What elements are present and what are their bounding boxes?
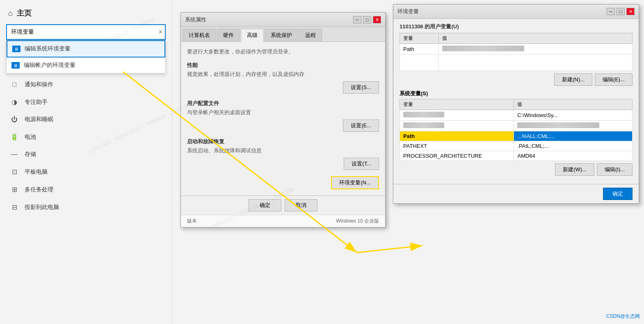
sys-var-row-path[interactable]: Path ...%ALL;CML;... — [400, 131, 633, 141]
tab-computer-name[interactable]: 计算机名 — [183, 29, 216, 41]
version-bar: 版本 Windows 10 企业版 — [181, 215, 385, 227]
sys-val-path: ...%ALL;CML;... — [514, 131, 633, 141]
cancel-btn[interactable]: 取消 — [285, 199, 317, 211]
env-titlebar: 环境变量 ─ □ ✕ — [393, 5, 639, 19]
nav-label-multitask: 多任务处理 — [25, 186, 53, 193]
sys-props-content: 要进行大多数更改，你必须作为管理员登录。 性能 视觉效果，处理器计划，内存使用，… — [181, 42, 385, 195]
search-box-container: × 🖥 编辑系统环境变量 🖥 编辑帐户的环境变量 — [6, 24, 166, 40]
storage-icon: — — [10, 151, 18, 158]
startup-settings-btn[interactable]: 设置(T... — [344, 158, 379, 170]
env-footer: 确定 — [393, 184, 639, 203]
perf-section: 性能 视觉效果，处理器计划，内存使用，以及虚拟内存 设置(S... — [187, 62, 379, 94]
nav-item-multitask[interactable]: ⊞ 多任务处理 — [4, 181, 168, 198]
search-clear-btn[interactable]: × — [159, 28, 162, 36]
monitor-icon-2: 🖥 — [11, 62, 20, 69]
sys-props-titlebar: 系统属性 ─ □ ✕ — [181, 13, 385, 27]
sys-var-pathext: PATHEXT — [400, 141, 514, 151]
battery-icon: 🔋 — [10, 133, 18, 141]
tab-protection[interactable]: 系统保护 — [265, 29, 298, 41]
user-profile-desc: 与登录帐户相关的桌面设置 — [187, 109, 379, 116]
user-var-row-path[interactable]: Path — [400, 44, 633, 55]
user-col-val: 值 — [439, 33, 633, 44]
power-icon: ⏻ — [10, 116, 18, 123]
svg-line-2 — [357, 246, 422, 253]
nav-item-focus[interactable]: ◑ 专注助手 — [4, 93, 168, 111]
sys-var-2 — [400, 121, 514, 131]
user-var-row-empty — [400, 55, 633, 71]
sys-val-pathext: .PAIL;CML;... — [514, 141, 633, 151]
settings-title: 主页 — [17, 8, 32, 18]
sys-col-var: 变量 — [400, 99, 514, 110]
nav-item-battery[interactable]: 🔋 电池 — [4, 128, 168, 146]
user-var-path: Path — [400, 44, 439, 55]
sys-props-title: 系统属性 — [185, 16, 206, 23]
user-edit-btn[interactable]: 编辑(E)... — [595, 74, 633, 86]
sys-vars-btn-row: 新建(W)... 编辑(I)... — [400, 163, 633, 176]
nav-item-project[interactable]: ⊟ 投影到此电脑 — [4, 198, 168, 216]
tab-advanced[interactable]: 高级 — [241, 29, 264, 42]
nav-item-power[interactable]: ⏻ 电源和睡眠 — [4, 111, 168, 128]
user-profile-section: 用户配置文件 与登录帐户相关的桌面设置 设置(E... — [187, 100, 379, 132]
search-item-edit-user[interactable]: 🖥 编辑帐户的环境变量 — [7, 57, 165, 73]
sys-col-val: 值 — [514, 99, 633, 110]
env-btn-row: 环境变量(N... — [187, 176, 379, 189]
nav-label-power: 电源和睡眠 — [25, 116, 53, 123]
perf-settings-btn[interactable]: 设置(S... — [343, 81, 379, 94]
sys-var-row-proc-arch[interactable]: PROCESSOR_ARCHITECTURE AMD64 — [400, 151, 633, 161]
sys-var-row-2[interactable] — [400, 121, 633, 131]
search-input[interactable] — [6, 24, 166, 40]
startup-btn-row: 设置(T... — [187, 158, 379, 170]
nav-item-notification[interactable]: □ 通知和操作 — [4, 76, 168, 93]
nav-label-tablet: 平板电脑 — [25, 168, 48, 176]
tab-remote[interactable]: 远程 — [299, 29, 322, 41]
env-ok-btn[interactable]: 确定 — [603, 188, 633, 200]
sys-val-1: C:\Windows\Sy... — [514, 110, 633, 121]
ok-btn[interactable]: 确定 — [249, 199, 281, 211]
user-profile-label: 用户配置文件 — [187, 100, 379, 107]
search-dropdown: 🖥 编辑系统环境变量 🖥 编辑帐户的环境变量 — [6, 40, 166, 74]
sys-new-btn[interactable]: 新建(W)... — [555, 163, 594, 176]
notification-icon: □ — [10, 81, 18, 88]
sys-props-dialog: 系统属性 ─ □ ✕ 计算机名 硬件 高级 系统保护 远程 要进行大多数更改，你… — [180, 12, 386, 227]
monitor-icon-1: 🖥 — [12, 46, 21, 52]
sys-var-path: Path — [400, 131, 514, 141]
settings-nav: 🔊 声音 □ 通知和操作 ◑ 专注助手 ⏻ 电源和睡眠 🔋 电池 — 存储 ⊡ … — [0, 58, 172, 216]
sys-var-row-1[interactable]: C:\Windows\Sy... — [400, 110, 633, 121]
nav-item-storage[interactable]: — 存储 — [4, 146, 168, 163]
tab-hardware[interactable]: 硬件 — [217, 29, 240, 41]
user-profile-settings-btn[interactable]: 设置(E... — [343, 119, 379, 132]
env-minimize-btn[interactable]: ─ — [607, 8, 615, 15]
sys-edit-btn[interactable]: 编辑(I)... — [597, 163, 633, 176]
minimize-btn[interactable]: ─ — [353, 16, 361, 23]
env-close-btn[interactable]: ✕ — [626, 8, 635, 15]
blurred-path-value — [442, 46, 524, 51]
user-col-var: 变量 — [400, 33, 439, 44]
nav-item-tablet[interactable]: ⊡ 平板电脑 — [4, 163, 168, 181]
maximize-btn[interactable]: □ — [363, 16, 371, 23]
env-variables-btn[interactable]: 环境变量(N... — [331, 176, 379, 189]
startup-section: 启动和故障恢复 系统启动、系统故障和调试信息 设置(T... — [187, 138, 379, 170]
nav-label-focus: 专注助手 — [25, 99, 48, 106]
sys-props-tabs: 计算机名 硬件 高级 系统保护 远程 — [181, 27, 385, 42]
user-new-btn[interactable]: 新建(N)... — [554, 74, 592, 86]
nav-label-battery: 电池 — [25, 133, 36, 141]
admin-notice-text: 要进行大多数更改，你必须作为管理员登录。 — [187, 48, 294, 55]
startup-label: 启动和故障恢复 — [187, 138, 379, 145]
sys-var-row-pathext[interactable]: PATHEXT .PAIL;CML;... — [400, 141, 633, 151]
blurred-val-2 — [517, 122, 599, 128]
close-btn[interactable]: ✕ — [373, 16, 381, 23]
home-icon: ⌂ — [8, 9, 13, 18]
version-value: Windows 10 企业版 — [336, 218, 379, 225]
search-item-edit-system[interactable]: 🖥 编辑系统环境变量 — [7, 40, 165, 57]
csdn-watermark: CSDN@生态网 — [606, 313, 640, 320]
sys-var-proc-arch: PROCESSOR_ARCHITECTURE — [400, 151, 514, 161]
env-title: 环境变量 — [397, 8, 419, 15]
blurred-var-2 — [403, 122, 444, 128]
sys-val-proc-arch: AMD64 — [514, 151, 633, 161]
project-icon: ⊟ — [10, 203, 18, 211]
env-maximize-btn[interactable]: □ — [617, 8, 625, 15]
sys-var-1 — [400, 110, 514, 121]
sys-val-2 — [514, 121, 633, 131]
startup-desc: 系统启动、系统故障和调试信息 — [187, 147, 379, 154]
blurred-var-1 — [403, 112, 444, 117]
